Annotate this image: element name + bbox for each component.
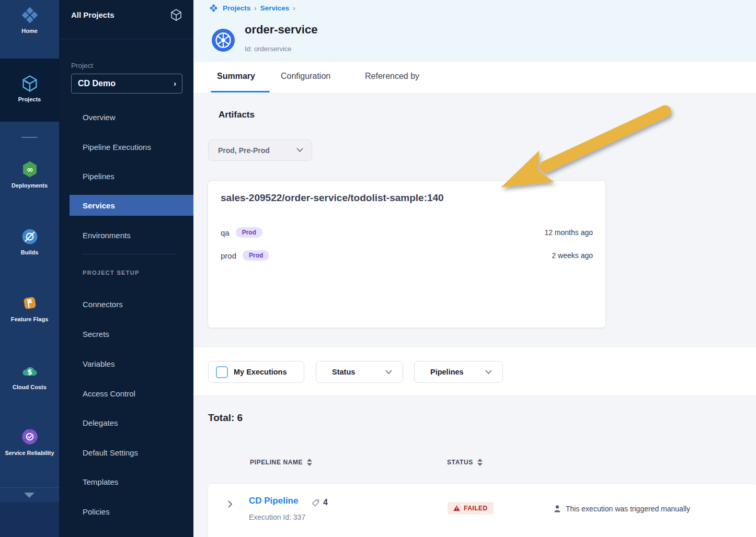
rail-item-cloud-costs[interactable]: $ Cloud Costs	[0, 361, 59, 391]
tab-configuration[interactable]: Configuration	[281, 72, 330, 81]
rail-label: Builds	[21, 249, 39, 256]
artifact-env-row: qa Prod 12 months ago	[221, 226, 593, 239]
sidebar-divider	[59, 39, 193, 39]
flag-icon	[20, 294, 39, 312]
column-header-pipeline-name[interactable]: PIPELINE NAME	[250, 459, 312, 466]
service-id: Id: orderservice	[245, 45, 292, 53]
sidebar-item-overview[interactable]: Overview	[59, 107, 193, 127]
tag-count: 4	[323, 498, 328, 507]
env-type-badge: Prod	[243, 250, 269, 261]
status-badge: FAILED	[448, 502, 494, 515]
deployed-time: 12 months ago	[544, 228, 593, 237]
rail-label: Projects	[18, 96, 41, 103]
user-icon	[553, 505, 562, 513]
rail-label: Deployments	[12, 182, 48, 189]
my-executions-toggle[interactable]: My Executions	[208, 361, 304, 383]
sidebar-item-label: Connectors	[83, 300, 123, 309]
sidebar-item-services[interactable]: Services	[70, 195, 193, 216]
svg-text:$: $	[27, 368, 32, 376]
sidebar-item-variables[interactable]: Variables	[59, 353, 193, 374]
sidebar-item-default-settings[interactable]: Default Settings	[59, 442, 193, 463]
sidebar-item-access-control[interactable]: Access Control	[59, 383, 193, 404]
page-header: Projects › Services › order-service	[193, 0, 756, 62]
sidebar-item-delegates[interactable]: Delegates	[59, 412, 193, 433]
my-executions-label: My Executions	[234, 368, 287, 376]
deployed-time: 2 weeks ago	[552, 251, 593, 260]
artifact-card: sales-209522/order-service/todolist-samp…	[208, 180, 606, 328]
sidebar-item-label: Policies	[83, 507, 110, 516]
breadcrumb-link-services[interactable]: Services	[260, 4, 290, 12]
sidebar-item-secrets[interactable]: Secrets	[59, 323, 193, 344]
artifacts-heading: Artifacts	[219, 110, 255, 120]
breadcrumb-separator: ›	[254, 4, 256, 12]
project-selector[interactable]: CD Demo ›	[71, 74, 182, 94]
execution-row: CD Pipeline 4 Execution Id: 337 FAILED	[208, 483, 756, 537]
sidebar-item-label: Pipelines	[83, 172, 114, 181]
status-filter-label: Status	[332, 368, 355, 376]
sidebar-item-label: Services	[83, 201, 115, 210]
warning-triangle-icon	[453, 505, 460, 511]
rail-divider	[21, 137, 38, 138]
rail-label: Cloud Costs	[13, 384, 47, 391]
total-count: Total: 6	[208, 412, 243, 424]
sort-icon	[307, 459, 312, 466]
environment-filter-dropdown[interactable]: Prod, Pre-Prod	[208, 139, 312, 161]
sidebar-item-policies[interactable]: Policies	[59, 501, 193, 522]
page-title: order-service	[245, 23, 317, 37]
tab-referenced-by[interactable]: Referenced by	[365, 72, 419, 81]
sidebar-item-pipeline-executions[interactable]: Pipeline Executions	[59, 136, 193, 157]
rail-item-builds[interactable]: Builds	[0, 228, 59, 256]
sidebar-item-environments[interactable]: Environments	[59, 225, 193, 246]
rail-bottom-strip	[0, 502, 59, 537]
sidebar-item-label: Secrets	[83, 330, 109, 338]
pipelines-filter-label: Pipelines	[430, 368, 464, 376]
rail-item-projects[interactable]: Projects	[0, 74, 59, 103]
chevron-down-icon[interactable]	[23, 492, 36, 498]
project-setup-heading: PROJECT SETUP	[83, 270, 140, 276]
rail-item-home[interactable]: Home	[0, 6, 59, 34]
environment-filter-value: Prod, Pre-Prod	[218, 146, 270, 155]
pipelines-filter-dropdown[interactable]: Pipelines	[414, 361, 503, 383]
rail-label: Service Reliability	[4, 450, 56, 457]
rail-item-deployments[interactable]: ∞ Deployments	[0, 160, 59, 189]
expand-chevron-icon[interactable]	[228, 500, 233, 508]
harness-home-icon	[21, 6, 39, 24]
rail-label: Home	[21, 28, 38, 34]
column-label: STATUS	[447, 459, 473, 466]
cube-outline-icon[interactable]	[169, 8, 183, 21]
executions-filter-band: My Executions Status Pipelines	[193, 346, 756, 396]
tag-icon	[311, 498, 320, 507]
sidebar-item-connectors[interactable]: Connectors	[59, 294, 193, 314]
column-label: PIPELINE NAME	[250, 459, 303, 466]
breadcrumb-link-projects[interactable]: Projects	[223, 4, 250, 12]
chevron-down-icon	[385, 370, 392, 375]
tab-summary[interactable]: Summary	[217, 72, 255, 81]
rail-item-service-reliability[interactable]: Service Reliability	[0, 427, 59, 457]
sidebar-section-divider	[83, 254, 177, 254]
project-label: Project	[71, 62, 93, 69]
project-sidebar: All Projects Project CD Demo › Overview …	[59, 0, 193, 537]
status-filter-dropdown[interactable]: Status	[316, 361, 403, 383]
sidebar-item-templates[interactable]: Templates	[59, 471, 193, 492]
env-type-badge: Prod	[236, 227, 262, 238]
trigger-note: This execution was triggered manually	[566, 505, 690, 513]
artifact-image-name: sales-209522/order-service/todolist-samp…	[221, 192, 444, 204]
summary-content: Artifacts Prod, Pre-Prod sales-209522/or…	[193, 93, 756, 537]
sidebar-item-label: Default Settings	[83, 448, 138, 457]
module-rail: Home Projects ∞ Deployments Builds	[0, 0, 59, 537]
sidebar-title: All Projects	[71, 10, 114, 19]
env-name: prod	[221, 251, 236, 260]
my-executions-checkbox[interactable]	[216, 366, 228, 378]
pipeline-name-link[interactable]: CD Pipeline	[249, 496, 298, 506]
pipeline-tags: 4	[311, 498, 328, 507]
rail-item-feature-flags[interactable]: Feature Flags	[0, 294, 59, 323]
deployments-infinity-icon: ∞	[20, 160, 39, 179]
builds-orbit-icon	[21, 228, 39, 246]
sidebar-item-pipelines[interactable]: Pipelines	[59, 166, 193, 186]
column-header-status[interactable]: STATUS	[447, 459, 483, 466]
tab-bar: Summary Configuration Referenced by	[193, 62, 756, 94]
artifact-env-row: prod Prod 2 weeks ago	[221, 249, 593, 262]
cloud-dollar-icon: $	[20, 361, 39, 380]
project-selector-value: CD Demo	[78, 79, 116, 88]
breadcrumb: Projects › Services ›	[209, 3, 299, 13]
